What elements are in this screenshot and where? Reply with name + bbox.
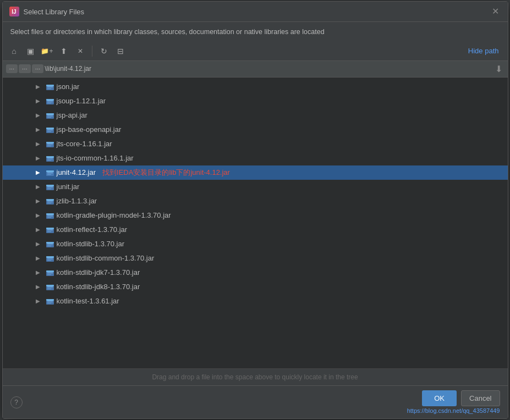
tree-item[interactable]: ▶ jsoup-1.12.1.jar	[3, 94, 508, 108]
item-name: kotlin-reflect-1.3.70.jar	[57, 225, 128, 234]
tree-item[interactable]: ▶ jzlib-1.1.3.jar	[3, 194, 508, 208]
jar-file-icon	[46, 240, 54, 248]
svg-rect-41	[46, 199, 54, 201]
item-name: kotlin-test-1.3.61.jar	[57, 297, 119, 305]
drag-drop-hint: Drag and drop a file into the space abov…	[3, 368, 508, 385]
help-button[interactable]: ?	[10, 396, 23, 408]
path-segment-1[interactable]: ···	[6, 64, 18, 73]
app-icon: IJ	[9, 7, 19, 16]
home-button[interactable]: ⌂	[7, 44, 21, 58]
tree-item[interactable]: ▶ kotlin-test-1.3.61.jar	[3, 294, 508, 308]
item-name: kotlin-stdlib-jdk7-1.3.70.jar	[57, 268, 140, 277]
tree-item[interactable]: ▶ kotlin-reflect-1.3.70.jar	[3, 223, 508, 237]
delete-button[interactable]: ✕	[73, 44, 87, 58]
download-icon: ⬇	[495, 64, 502, 74]
svg-rect-48	[47, 216, 53, 217]
item-name: jzlib-1.1.3.jar	[57, 197, 97, 205]
tree-arrow-icon: ▶	[36, 112, 43, 118]
svg-rect-3	[47, 87, 53, 88]
svg-rect-1	[46, 85, 54, 86]
home-icon: ⌂	[12, 47, 16, 56]
jar-file-icon	[46, 283, 54, 291]
tree-item[interactable]: ▶ jts-core-1.16.1.jar	[3, 137, 508, 151]
svg-rect-14	[47, 117, 51, 118]
jar-file-icon	[46, 125, 54, 134]
item-name: jsoup-1.12.1.jar	[57, 97, 106, 105]
svg-rect-21	[46, 142, 54, 143]
svg-rect-52	[47, 229, 53, 230]
svg-rect-16	[46, 128, 54, 129]
jar-file-icon	[46, 197, 54, 206]
tree-item[interactable]: ▶ junit-4.12.jar找到IEDA安装目录的lib下的junit-4.…	[3, 165, 508, 180]
tree-item[interactable]: ▶ kotlin-gradle-plugin-model-1.3.70.jar	[3, 208, 508, 223]
jar-file-icon	[46, 183, 54, 191]
folder-up-button[interactable]: ⬆	[57, 44, 71, 58]
item-name: kotlin-stdlib-common-1.3.70.jar	[57, 254, 155, 262]
svg-rect-13	[47, 116, 53, 117]
svg-rect-73	[47, 288, 53, 288]
path-segments: ··· ··· ··· \lib\junit-4.12.jar	[6, 64, 491, 73]
new-folder-button[interactable]: 📁+	[40, 44, 54, 58]
svg-rect-32	[47, 172, 53, 173]
svg-rect-54	[47, 231, 51, 232]
tree-item[interactable]: ▶ jsp-api.jar	[3, 108, 508, 123]
svg-rect-7	[47, 101, 53, 101]
path-download-button[interactable]: ⬇	[493, 63, 504, 75]
svg-rect-64	[47, 260, 51, 261]
svg-rect-2	[47, 86, 53, 87]
dialog-title: Select Library Files	[24, 8, 485, 16]
tree-item[interactable]: ▶ kotlin-stdlib-jdk8-1.3.70.jar	[3, 280, 508, 294]
svg-rect-4	[47, 89, 51, 89]
close-button[interactable]: ✕	[490, 6, 501, 17]
link-button[interactable]: ⊟	[113, 44, 128, 58]
svg-rect-8	[47, 102, 53, 102]
tree-item[interactable]: ▶ kotlin-stdlib-common-1.3.70.jar	[3, 251, 508, 266]
svg-rect-17	[47, 129, 53, 130]
tree-item[interactable]: ▶ kotlin-stdlib-jdk7-1.3.70.jar	[3, 266, 508, 280]
svg-rect-79	[47, 303, 51, 303]
svg-rect-74	[47, 289, 51, 289]
svg-rect-47	[47, 215, 53, 215]
delete-icon: ✕	[78, 47, 83, 55]
svg-rect-31	[46, 170, 54, 172]
tree-item[interactable]: ▶ json.jar	[3, 80, 508, 94]
tree-item[interactable]: ▶ jsp-base-openapi.jar	[3, 123, 508, 137]
tree-arrow-icon: ▶	[36, 184, 43, 190]
toolbar-separator-1	[92, 46, 92, 57]
select-library-files-dialog: IJ Select Library Files ✕ Select files o…	[2, 1, 508, 419]
cancel-button[interactable]: Cancel	[461, 390, 500, 406]
svg-rect-46	[46, 213, 54, 215]
path-segment-2[interactable]: ···	[19, 64, 31, 73]
ok-button[interactable]: OK	[422, 390, 457, 406]
svg-rect-56	[46, 242, 54, 244]
svg-rect-51	[46, 228, 54, 229]
new-folder-icon: 📁+	[41, 47, 53, 55]
svg-rect-59	[47, 246, 51, 246]
path-segment-3[interactable]: ···	[32, 64, 44, 73]
svg-rect-37	[47, 186, 53, 187]
svg-rect-61	[46, 256, 54, 258]
tree-item[interactable]: ▶ kotlin-stdlib-1.3.70.jar	[3, 237, 508, 251]
tree-arrow-icon: ▶	[36, 126, 43, 132]
svg-rect-69	[47, 274, 51, 275]
folder-up-icon: ⬆	[61, 47, 67, 56]
monitor-icon: ▣	[27, 47, 34, 56]
svg-rect-53	[47, 230, 53, 231]
tree-item[interactable]: ▶ junit.jar	[3, 180, 508, 194]
monitor-button[interactable]: ▣	[24, 44, 38, 58]
tree-arrow-icon: ▶	[36, 169, 43, 175]
tree-arrow-icon: ▶	[36, 284, 43, 290]
description-text: Select files or directories in which lib…	[3, 22, 508, 42]
svg-rect-49	[47, 217, 51, 218]
item-name: jts-core-1.16.1.jar	[57, 140, 112, 148]
refresh-button[interactable]: ↻	[97, 44, 111, 58]
svg-rect-28	[47, 159, 53, 159]
svg-rect-78	[47, 302, 53, 302]
tree-arrow-icon: ▶	[36, 141, 43, 147]
tree-item[interactable]: ▶ jts-io-common-1.16.1.jar	[3, 151, 508, 165]
hide-path-button[interactable]: Hide path	[464, 45, 503, 57]
svg-rect-26	[46, 156, 54, 158]
svg-rect-57	[47, 244, 53, 244]
svg-rect-9	[47, 103, 51, 103]
svg-rect-43	[47, 202, 53, 202]
